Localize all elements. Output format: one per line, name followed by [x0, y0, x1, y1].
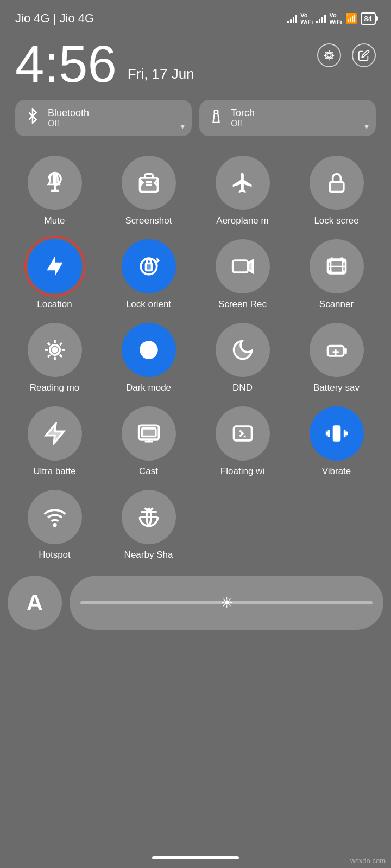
torch-status: Off	[231, 119, 255, 129]
tile-lockscreen[interactable]: Lock scree	[289, 148, 383, 232]
screenrec-icon	[216, 239, 270, 293]
cast-label: Cast	[139, 466, 158, 477]
svg-rect-11	[330, 182, 344, 192]
screenshot-label: Screenshot	[125, 215, 172, 226]
tile-batterysave[interactable]: Battery sav	[289, 315, 383, 399]
clock-area: 4:56 Fri, 17 Jun	[0, 33, 391, 90]
wifi-icon: 📶	[345, 12, 357, 24]
batterysave-icon	[310, 323, 364, 377]
ultrabatte-label: Ultra batte	[33, 466, 75, 477]
svg-rect-40	[332, 425, 340, 441]
darkmode-label: Dark mode	[126, 382, 171, 393]
screenrec-label: Screen Rec	[218, 299, 267, 310]
screenshot-icon	[122, 156, 176, 210]
lockscreen-icon	[310, 156, 364, 210]
dnd-label: DND	[232, 382, 253, 393]
signal-bars-1	[287, 14, 297, 23]
svg-line-25	[48, 343, 50, 345]
aeroplane-label: Aeroplane m	[216, 215, 268, 226]
tile-vibrate[interactable]: Vibrate	[289, 399, 383, 482]
brightness-icon: ☀	[220, 595, 233, 611]
clock-action-icons	[317, 43, 376, 67]
bluetooth-info: Bluetooth Off	[48, 107, 89, 129]
quick-tiles-grid: Mute Screenshot Aeroplane m	[0, 136, 391, 566]
tile-ultrabatte[interactable]: Ultra batte	[8, 399, 102, 482]
aeroplane-icon	[216, 156, 270, 210]
hotspot-label: Hotspot	[39, 550, 71, 560]
settings-icon[interactable]	[317, 43, 341, 67]
tile-location[interactable]: Location	[8, 232, 102, 315]
svg-line-28	[48, 355, 50, 357]
dnd-icon	[216, 323, 270, 377]
mute-icon	[28, 156, 82, 210]
carrier-text: Jio 4G | Jio 4G	[15, 11, 94, 25]
torch-info: Torch Off	[231, 107, 255, 129]
clock-time: 4:56	[15, 38, 117, 90]
location-label: Location	[37, 299, 72, 310]
readingmode-label: Reading mo	[30, 382, 80, 393]
tile-mute[interactable]: Mute	[8, 148, 102, 232]
svg-line-27	[60, 343, 62, 345]
lockorient-label: Lock orient	[126, 299, 171, 310]
darkmode-icon	[122, 323, 176, 377]
svg-point-20	[53, 348, 56, 352]
tile-screenrec[interactable]: Screen Rec	[195, 232, 289, 315]
clock-date: Fri, 17 Jun	[128, 66, 194, 90]
cast-icon	[122, 406, 176, 461]
svg-marker-15	[248, 260, 253, 272]
svg-point-41	[54, 524, 56, 526]
svg-rect-38	[142, 429, 156, 437]
svg-rect-13	[146, 264, 152, 271]
tile-hotspot[interactable]: Hotspot	[8, 482, 102, 566]
brightness-track: ☀	[80, 601, 373, 604]
scanner-label: Scanner	[319, 299, 354, 310]
battery-indicator: 84	[361, 12, 376, 25]
partial-tiles-row: Bluetooth Off ▼ Torch Off ▼	[0, 90, 391, 136]
hotspot-icon	[28, 490, 82, 544]
battery-level: 84	[364, 15, 372, 23]
torch-label: Torch	[231, 107, 255, 119]
location-icon	[28, 239, 82, 293]
svg-rect-14	[232, 260, 248, 272]
ultrabatte-icon	[28, 406, 82, 461]
scanner-icon	[310, 239, 364, 293]
font-label: A	[27, 590, 43, 616]
lockscreen-label: Lock scree	[314, 215, 358, 226]
tile-scanner[interactable]: Scanner	[289, 232, 383, 315]
svg-point-0	[327, 53, 331, 57]
tile-readingmode[interactable]: Reading mo	[8, 315, 102, 399]
tile-dnd[interactable]: DND	[195, 315, 289, 399]
svg-marker-34	[46, 424, 64, 444]
brightness-control[interactable]: ☀	[70, 576, 383, 630]
status-icons: VoWiFi VoWiFi 📶 84	[287, 12, 376, 25]
tile-screenshot[interactable]: Screenshot	[102, 148, 195, 232]
vo-wifi-2: VoWiFi	[329, 12, 342, 25]
status-bar: Jio 4G | Jio 4G VoWiFi VoWiFi 📶 84	[0, 0, 391, 33]
floatingwi-label: Floating wi	[220, 466, 264, 477]
home-bar[interactable]	[152, 856, 239, 859]
bluetooth-icon	[25, 108, 40, 127]
edit-icon[interactable]	[352, 43, 376, 67]
tile-cast[interactable]: Cast	[102, 399, 195, 482]
torch-arrow: ▼	[363, 122, 370, 131]
tile-lockorient[interactable]: Lock orient	[102, 232, 195, 315]
batterysave-label: Battery sav	[313, 382, 360, 393]
font-size-button[interactable]: A	[8, 576, 62, 630]
tile-floatingwi[interactable]: Floating wi	[195, 399, 289, 482]
tile-aeroplane[interactable]: Aeroplane m	[195, 148, 289, 232]
svg-line-26	[60, 355, 62, 357]
bluetooth-status: Off	[48, 119, 89, 129]
vibrate-label: Vibrate	[322, 466, 351, 477]
nearbysha-label: Nearby Sha	[124, 550, 173, 560]
vo-wifi-1: VoWiFi	[300, 12, 313, 25]
signal-bars-2	[316, 14, 326, 23]
bottom-controls: A ☀	[0, 566, 391, 630]
nearbysha-icon	[122, 490, 176, 544]
svg-rect-2	[215, 110, 218, 114]
tile-darkmode[interactable]: Dark mode	[102, 315, 195, 399]
torch-tile[interactable]: Torch Off ▼	[199, 100, 376, 136]
floatingwi-icon	[216, 406, 270, 461]
bluetooth-tile[interactable]: Bluetooth Off ▼	[15, 100, 192, 136]
tile-nearbysha[interactable]: Nearby Sha	[102, 482, 195, 566]
readingmode-icon	[28, 323, 82, 377]
